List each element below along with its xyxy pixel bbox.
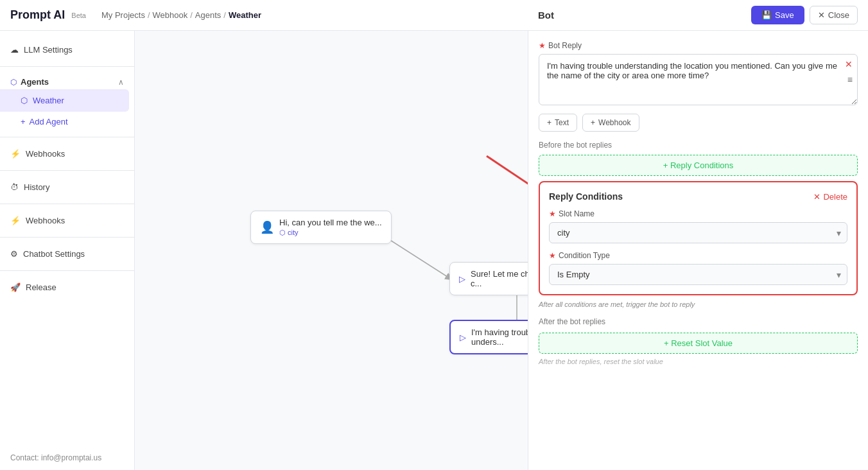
condition-type-label: ★ Condition Type (549, 251, 847, 260)
format-icon[interactable]: ≡ (847, 74, 853, 85)
reply-node-text: Sure! Let me check the c... (471, 269, 528, 288)
user-avatar-icon: 👤 (260, 220, 274, 234)
sidebar-divider-4 (0, 204, 134, 204)
main-canvas[interactable]: 👤 Hi, can you tell me the we... ⬡ city ▷… (135, 31, 528, 470)
breadcrumb: My Projects / Webhook / Agents / Weather (101, 10, 261, 20)
conditions-card-title: Reply Conditions (549, 191, 623, 202)
after-bot-replies-label: After the bot replies (539, 317, 858, 326)
collapse-icon[interactable]: ∧ (118, 78, 124, 87)
webhook-type-button[interactable]: + Webhook (582, 114, 639, 132)
app-beta: Beta (71, 12, 86, 19)
sidebar-item-llm-settings[interactable]: ☁ LLM Settings (0, 39, 134, 61)
sidebar-item-weather[interactable]: ⬡ Weather (0, 89, 129, 112)
add-reply-conditions-button[interactable]: + Reply Conditions (539, 155, 858, 176)
sidebar-divider-1 (0, 66, 134, 67)
sidebar-divider-5 (0, 237, 134, 238)
bot-panel-title: Bot (538, 10, 554, 21)
history-icon: ⏱ (10, 182, 19, 192)
after-reset-label: After the bot replies, reset the slot va… (539, 358, 858, 365)
text-type-button[interactable]: + Text (539, 114, 577, 132)
app-logo: Prompt AI Beta (10, 8, 86, 22)
svg-line-2 (487, 156, 528, 248)
bot-reply-icon: ▷ (460, 333, 466, 342)
close-icon: ✕ (818, 10, 825, 20)
reply-icon: ▷ (459, 274, 465, 284)
conditions-card-header: Reply Conditions ✕ Delete (549, 191, 847, 202)
slot-name-label: ★ Slot Name (549, 209, 847, 218)
sidebar-item-history[interactable]: ⏱ History (0, 176, 134, 198)
before-bot-replies-label: Before the bot replies (539, 141, 858, 150)
bot-node[interactable]: ▷ I'm having trouble unders... (449, 320, 528, 354)
condition-type-select[interactable]: Is Empty (549, 264, 847, 285)
chatbot-settings-icon: ⚙ (10, 249, 18, 259)
save-button[interactable]: 💾 Save (751, 6, 804, 24)
user-node-text: Hi, can you tell me the we... (279, 218, 382, 227)
user-node[interactable]: 👤 Hi, can you tell me the we... ⬡ city (250, 211, 392, 244)
bot-reply-label: ★ Bot Reply (539, 41, 858, 50)
sidebar-item-release[interactable]: 🚀 Release (0, 276, 134, 299)
release-icon: 🚀 (10, 283, 21, 292)
app-name: Prompt AI (10, 8, 65, 22)
save-icon: 💾 (761, 10, 772, 20)
breadcrumb-agents[interactable]: Agents (195, 10, 221, 20)
plus-webhook-icon: + (591, 118, 595, 127)
cloud-icon: ☁ (10, 45, 19, 55)
slot-name-select[interactable]: city (549, 222, 847, 243)
sidebar-divider-3 (0, 170, 134, 171)
breadcrumb-my-projects[interactable]: My Projects (101, 10, 145, 20)
plus-text-icon: + (547, 118, 551, 127)
clear-textarea-icon[interactable]: ✕ (845, 59, 853, 69)
sidebar-divider-6 (0, 270, 134, 271)
bot-panel-actions: 💾 Save ✕ Close (751, 6, 858, 24)
sidebar-item-chatbot-settings[interactable]: ⚙ Chatbot Settings (0, 243, 134, 265)
delete-icon: ✕ (813, 192, 820, 202)
slot-name-select-wrapper: city ▾ (549, 222, 847, 243)
sidebar: ☁ LLM Settings ⬡ Agents ∧ ⬡ Weather + Ad… (0, 31, 135, 470)
add-agent-button[interactable]: + Add Agent (0, 112, 134, 132)
delete-condition-button[interactable]: ✕ Delete (813, 192, 847, 202)
reset-slot-value-button[interactable]: + Reset Slot Value (539, 333, 858, 354)
contact-info: Contact: info@promptai.us (0, 453, 112, 462)
trigger-label: After all conditions are met, trigger th… (539, 300, 858, 308)
layout: ☁ LLM Settings ⬡ Agents ∧ ⬡ Weather + Ad… (0, 31, 868, 470)
plus-icon: + (21, 117, 26, 126)
reply-conditions-card: Reply Conditions ✕ Delete ★ Slot Name ci… (539, 181, 858, 295)
breadcrumb-current: Weather (229, 10, 261, 20)
breadcrumb-webhook[interactable]: Webhook (153, 10, 188, 20)
condition-type-select-wrapper: Is Empty ▾ (549, 264, 847, 285)
bot-node-text: I'm having trouble unders... (471, 327, 528, 347)
reply-node[interactable]: ▷ Sure! Let me check the c... (449, 262, 528, 295)
webhook-icon-1: ⚡ (10, 149, 21, 159)
bot-panel-header: Bot 💾 Save ✕ Close (528, 0, 868, 31)
right-panel: ★ Bot Reply ✕ ≡ + Text + Webhook Before … (528, 31, 868, 470)
user-node-slot: ⬡ city (279, 229, 382, 237)
sidebar-agents-section: ⬡ Agents ∧ (0, 72, 134, 89)
reply-type-buttons: + Text + Webhook (539, 114, 858, 132)
sidebar-item-webhooks1[interactable]: ⚡ Webhooks (0, 143, 134, 165)
agent-icon: ⬡ (21, 96, 28, 105)
sidebar-divider-2 (0, 137, 134, 137)
close-button[interactable]: ✕ Close (810, 6, 858, 24)
webhook-icon-2: ⚡ (10, 216, 21, 225)
bot-reply-textarea[interactable] (539, 54, 858, 105)
sidebar-item-webhooks2[interactable]: ⚡ Webhooks (0, 209, 134, 232)
agents-icon: ⬡ (10, 78, 17, 87)
